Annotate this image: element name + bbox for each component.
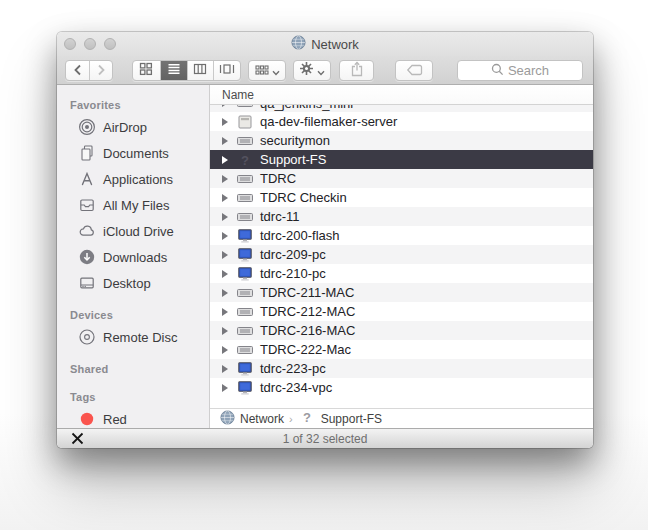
row-label: tdrc-209-pc xyxy=(260,247,326,262)
name-column-header[interactable]: Name xyxy=(210,85,593,105)
table-row[interactable]: TDRC-211-MAC xyxy=(210,283,593,302)
search-input[interactable]: Search xyxy=(457,60,583,81)
action-menu-button[interactable] xyxy=(293,60,331,81)
question-icon: ? xyxy=(298,408,316,429)
sidebar-item-label: Remote Disc xyxy=(103,330,177,345)
row-label: TDRC xyxy=(260,171,296,186)
disclosure-triangle-icon[interactable] xyxy=(222,194,228,202)
row-label: tdrc-234-vpc xyxy=(260,380,332,395)
breadcrumb-separator: › xyxy=(289,413,293,425)
disclosure-triangle-icon[interactable] xyxy=(222,156,228,164)
row-label: TDRC Checkin xyxy=(260,190,347,205)
minimize-button[interactable] xyxy=(84,38,96,50)
disclosure-triangle-icon[interactable] xyxy=(222,175,228,183)
status-bar: 1 of 32 selected xyxy=(57,428,593,448)
window-title-text: Network xyxy=(311,37,359,52)
search-icon xyxy=(491,63,504,79)
name-column-label: Name xyxy=(222,88,254,102)
share-icon xyxy=(350,61,364,81)
view-mode-control xyxy=(132,60,241,81)
disclosure-triangle-icon[interactable] xyxy=(222,213,228,221)
table-row[interactable]: tdrc-209-pc xyxy=(210,245,593,264)
group-by-button[interactable] xyxy=(248,60,286,81)
pc-icon xyxy=(236,246,254,264)
sidebar-section-tags: TagsRed xyxy=(57,387,209,428)
svg-text:?: ? xyxy=(303,410,311,425)
disclosure-triangle-icon[interactable] xyxy=(222,327,228,335)
row-label: securitymon xyxy=(260,133,330,148)
disclosure-triangle-icon[interactable] xyxy=(222,251,228,259)
list-lines-icon xyxy=(167,62,181,80)
disclosure-triangle-icon[interactable] xyxy=(222,346,228,354)
zoom-button[interactable] xyxy=(104,38,116,50)
table-row[interactable]: qa_jenkins_mini xyxy=(210,105,593,112)
table-row[interactable]: TDRC-212-MAC xyxy=(210,302,593,321)
table-row[interactable]: TDRC-222-Mac xyxy=(210,340,593,359)
list-view-button[interactable] xyxy=(160,61,187,80)
sidebar: FavoritesAirDropDocumentsApplicationsAll… xyxy=(57,85,210,428)
airdrop-icon xyxy=(78,118,96,136)
close-button[interactable] xyxy=(64,38,76,50)
table-row[interactable]: securitymon xyxy=(210,131,593,150)
breadcrumb-support-fs[interactable]: ?Support-FS xyxy=(298,408,382,429)
window-title: Network xyxy=(291,35,359,54)
sidebar-item-all-my-files[interactable]: All My Files xyxy=(57,192,209,218)
back-button[interactable] xyxy=(66,61,89,80)
row-label: tdrc-11 xyxy=(260,209,300,224)
disclosure-triangle-icon[interactable] xyxy=(222,232,228,240)
table-row[interactable]: tdrc-234-vpc xyxy=(210,378,593,397)
sidebar-item-airdrop[interactable]: AirDrop xyxy=(57,114,209,140)
question-icon: ? xyxy=(236,151,254,169)
breadcrumb-network[interactable]: Network xyxy=(220,410,284,428)
allmyfiles-icon xyxy=(78,196,96,214)
share-button[interactable] xyxy=(339,60,374,81)
sidebar-item-label: AirDrop xyxy=(103,120,147,135)
sidebar-item-downloads[interactable]: Downloads xyxy=(57,244,209,270)
sidebar-item-applications[interactable]: Applications xyxy=(57,166,209,192)
sidebar-item-icloud-drive[interactable]: iCloud Drive xyxy=(57,218,209,244)
sidebar-item-documents[interactable]: Documents xyxy=(57,140,209,166)
svg-text:?: ? xyxy=(241,152,249,167)
icon-view-button[interactable] xyxy=(133,61,160,80)
table-row[interactable]: ?Support-FS xyxy=(210,150,593,169)
columns-icon xyxy=(193,62,207,80)
disclosure-triangle-icon[interactable] xyxy=(222,105,228,107)
sidebar-item-label: iCloud Drive xyxy=(103,224,174,239)
row-label: TDRC-216-MAC xyxy=(260,323,355,338)
table-row[interactable]: TDRC xyxy=(210,169,593,188)
column-view-button[interactable] xyxy=(187,61,214,80)
disclosure-triangle-icon[interactable] xyxy=(222,137,228,145)
title-bar[interactable]: Network xyxy=(57,32,593,56)
disclosure-triangle-icon[interactable] xyxy=(222,289,228,297)
toolbar: Search xyxy=(57,56,593,85)
disclosure-triangle-icon[interactable] xyxy=(222,365,228,373)
sidebar-section-header: Tags xyxy=(57,387,209,406)
forward-button[interactable] xyxy=(89,61,112,80)
table-row[interactable]: tdrc-11 xyxy=(210,207,593,226)
nav-buttons xyxy=(65,60,113,81)
sidebar-section-header: Shared xyxy=(57,359,209,378)
desktop-icon xyxy=(78,274,96,292)
table-row[interactable]: qa-dev-filemaker-server xyxy=(210,112,593,131)
sidebar-item-label: Applications xyxy=(103,172,173,187)
disclosure-triangle-icon[interactable] xyxy=(222,384,228,392)
sidebar-item-red[interactable]: Red xyxy=(57,406,209,428)
tag-icon xyxy=(406,62,423,80)
icloud-icon xyxy=(78,222,96,240)
sidebar-item-desktop[interactable]: Desktop xyxy=(57,270,209,296)
sidebar-section-header: Favorites xyxy=(57,95,209,114)
disclosure-triangle-icon[interactable] xyxy=(222,270,228,278)
sidebar-item-remote-disc[interactable]: Remote Disc xyxy=(57,324,209,350)
tag-button[interactable] xyxy=(395,60,433,81)
coverflow-view-button[interactable] xyxy=(213,61,240,80)
row-label: tdrc-200-flash xyxy=(260,228,339,243)
table-row[interactable]: TDRC Checkin xyxy=(210,188,593,207)
table-row[interactable]: tdrc-223-pc xyxy=(210,359,593,378)
table-row[interactable]: tdrc-210-pc xyxy=(210,264,593,283)
disclosure-triangle-icon[interactable] xyxy=(222,118,228,126)
sidebar-section-shared: Shared xyxy=(57,359,209,378)
disclosure-triangle-icon[interactable] xyxy=(222,308,228,316)
x-cursor-icon xyxy=(71,432,84,448)
table-row[interactable]: TDRC-216-MAC xyxy=(210,321,593,340)
table-row[interactable]: tdrc-200-flash xyxy=(210,226,593,245)
